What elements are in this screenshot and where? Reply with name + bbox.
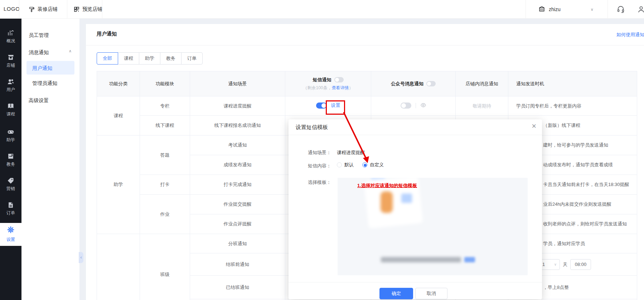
course-book-icon [0, 103, 21, 110]
decorate-shop-label: 装修店铺 [38, 6, 58, 13]
tab-study-aid[interactable]: 助学 [139, 52, 160, 65]
col-header-wechat: 公众号消息通知 [371, 71, 456, 96]
divider [86, 45, 644, 46]
sidebar-item-shop[interactable]: 店铺 [0, 54, 21, 75]
submenu-item-notifications[interactable]: 消息通知 [29, 49, 49, 56]
cancel-button[interactable]: 取消 [415, 288, 447, 299]
chevron-up-icon[interactable]: ∧ [69, 49, 72, 53]
cell-scene: 结班前通知 [190, 253, 285, 276]
sidebar-item-orders[interactable]: 订单 [0, 201, 21, 222]
user-icon[interactable] [637, 5, 644, 15]
divider [67, 0, 67, 19]
time-input[interactable]: 08:00 [570, 259, 591, 270]
sidebar-item-study-aid[interactable]: 助学 [0, 128, 21, 149]
sidebar-item-settings[interactable]: 设置 [0, 223, 21, 246]
col-header-category: 功能分类 [97, 71, 140, 96]
cell-shop-msg: 敬请期待 [456, 96, 508, 116]
divider [526, 0, 526, 19]
sidebar-item-academic[interactable]: 教务 [0, 153, 21, 173]
cell-scene: 已结班通知 [190, 276, 285, 299]
sidebar-item-overview[interactable]: 概况 [0, 29, 21, 50]
divider [19, 0, 19, 19]
headset-icon[interactable] [617, 5, 625, 15]
radio-default[interactable]: 默认 [337, 162, 354, 168]
blurred-caption-link [464, 257, 475, 262]
red-annotation-text: 1.选择对应该通知的短信模板 [357, 182, 417, 189]
table-row: 课程 专栏 课程进度提醒 设置 敬请期待 学员订阅专栏后，专栏更新内容 [97, 96, 637, 116]
sidebar-collapse-handle[interactable]: ‹ [79, 252, 83, 263]
cell-sms: 设置 [285, 96, 371, 116]
divider [289, 135, 542, 135]
page-title: 用户通知 [97, 31, 117, 37]
cell-category: 助学 [97, 135, 140, 234]
close-icon[interactable]: × [532, 122, 536, 130]
wechat-master-toggle[interactable] [426, 81, 436, 86]
sms-master-toggle[interactable] [334, 77, 344, 82]
gear-icon [7, 229, 15, 235]
modal-title: 设置短信模板 [296, 124, 328, 131]
template-picker-area[interactable]: 1.选择对应该通知的短信模板 [338, 178, 528, 275]
radio-custom[interactable]: 自定义 [362, 162, 384, 168]
chart-icon [0, 29, 21, 37]
gamepad-icon [0, 128, 21, 135]
account-switcher[interactable]: zhizu ∨ [533, 0, 607, 19]
cell-scene: 作业提交提醒 [190, 195, 285, 214]
tab-academic[interactable]: 教务 [160, 52, 181, 65]
cell-module: 答题 [140, 135, 190, 175]
decorate-shop-button[interactable]: 装修店铺 [29, 0, 58, 19]
submenu-item-user-notice[interactable]: 用户通知 [32, 65, 52, 72]
paint-roller-icon [29, 6, 35, 13]
tag-icon [0, 177, 21, 184]
scene-label: 通知场景： [308, 149, 331, 156]
sidebar-item-course[interactable]: 课程 [0, 103, 21, 123]
preview-shop-label: 预览店铺 [82, 6, 102, 13]
content-label: 短信内容： [308, 163, 331, 169]
submenu-item-admin-notice[interactable]: 管理员通知 [32, 80, 57, 87]
cell-category [97, 234, 140, 300]
cell-scene: 成绩发布通知 [190, 155, 285, 175]
wechat-row-toggle[interactable] [401, 103, 411, 109]
submenu-item-advanced[interactable]: 高级设置 [29, 97, 49, 104]
cell-timing: 学员订阅专栏后，专栏更新内容 [508, 96, 637, 116]
sidebar-item-users[interactable]: 用户 [0, 78, 21, 99]
topbar: LOGO 装修店铺 预览店铺 zhizu ∨ [0, 0, 644, 19]
preview-shop-button[interactable]: 预览店铺 [74, 0, 102, 19]
confirm-button[interactable]: 确定 [379, 288, 413, 299]
secondary-sidebar: 员工管理 消息通知 ∧ 用户通知 管理员通知 高级设置 [21, 19, 79, 300]
cell-scene: 作业点评提醒 [190, 214, 285, 234]
tab-orders[interactable]: 订单 [181, 52, 203, 65]
sms-settings-button[interactable]: 设置 [331, 102, 340, 109]
account-name: zhizu [549, 6, 561, 12]
primary-sidebar: 概况 店铺 用户 课程 助学 教务 营销 订单 设置 [0, 19, 21, 300]
chevron-down-icon: ∨ [554, 262, 557, 266]
cell-scene: 考试通知 [190, 135, 285, 155]
days-select[interactable]: 1∨ [539, 259, 560, 270]
days-unit-label: 天 [563, 261, 567, 268]
cell-module: 班级 [140, 234, 190, 300]
how-to-use-link[interactable]: 如何使用通知 [616, 32, 644, 38]
blurred-illustration-detail [401, 194, 412, 203]
divider [607, 0, 608, 19]
cell-scene: 打卡完成通知 [190, 175, 285, 195]
cell-module: 线下课程 [140, 116, 190, 135]
col-header-module: 功能模块 [140, 71, 190, 96]
sms-row-toggle[interactable] [316, 103, 327, 109]
tab-course[interactable]: 课程 [118, 52, 139, 65]
cell-scene: 课程进度提醒 [190, 96, 285, 116]
scene-value: 课程进度提醒 [337, 149, 365, 156]
cell-scene: 分班通知 [190, 234, 285, 253]
view-details-link[interactable]: 查看详情 [332, 85, 349, 90]
eye-icon[interactable] [420, 102, 426, 109]
col-header-timing: 通知发送时机 [508, 71, 637, 96]
order-doc-icon [0, 201, 21, 209]
sms-content-radio-group: 默认 自定义 [337, 162, 384, 168]
blurred-illustration-person [381, 191, 393, 213]
shop-building-icon [538, 5, 545, 13]
template-label: 选择模板： [308, 179, 331, 186]
sidebar-item-marketing[interactable]: 营销 [0, 177, 21, 198]
users-icon [0, 78, 21, 85]
tab-all[interactable]: 全部 [97, 52, 118, 65]
blurred-caption-text [381, 257, 461, 262]
col-header-sms: 短信通知 （剩余100条，查看详情） [285, 71, 371, 96]
submenu-item-staff[interactable]: 员工管理 [29, 32, 49, 39]
